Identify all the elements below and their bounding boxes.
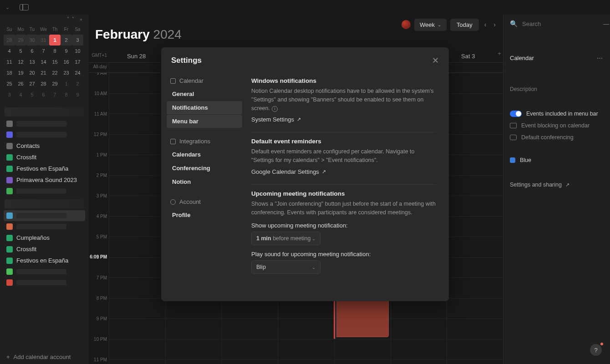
calendar-item[interactable]: [4, 210, 85, 221]
nav-notion[interactable]: Notion: [167, 175, 242, 188]
minical-day[interactable]: 18: [4, 67, 15, 78]
view-switcher[interactable]: Week ⌄: [414, 19, 447, 31]
calendar-item[interactable]: Cumpleaños: [4, 232, 85, 243]
nav-calendars[interactable]: Calendars: [167, 148, 242, 161]
minical-day[interactable]: 7: [49, 89, 61, 100]
calendar-item[interactable]: [4, 277, 85, 288]
info-icon[interactable]: i: [272, 106, 278, 112]
minical-day[interactable]: 8: [49, 46, 61, 56]
minical-day[interactable]: 24: [72, 67, 83, 78]
rp-more[interactable]: ⋯: [597, 55, 604, 61]
calendar-color-label[interactable]: Blue: [520, 157, 531, 163]
minical-day[interactable]: 13: [26, 56, 38, 67]
minical-day[interactable]: 5: [15, 46, 26, 56]
rp-description-label[interactable]: Description: [510, 86, 604, 92]
next-week[interactable]: ›: [492, 19, 498, 30]
minical-day[interactable]: 16: [61, 56, 72, 67]
minical-add[interactable]: ＋: [78, 16, 84, 23]
minical-day[interactable]: 2: [72, 78, 83, 89]
minical-day[interactable]: 9: [61, 46, 72, 56]
minical-day[interactable]: 7: [38, 46, 49, 56]
minical-day[interactable]: 17: [72, 56, 83, 67]
modal-close-button[interactable]: ✕: [432, 56, 439, 66]
minical-day[interactable]: 6: [38, 89, 49, 100]
minical-day[interactable]: 25: [4, 78, 15, 89]
calendar-item[interactable]: Primavera Sound 2023: [4, 174, 85, 186]
minical-day[interactable]: 4: [4, 46, 15, 56]
minical-day[interactable]: 11: [4, 56, 15, 67]
calendar-item[interactable]: Festivos en España: [4, 255, 85, 266]
minical-day[interactable]: 14: [38, 56, 49, 67]
search-input[interactable]: [522, 20, 599, 27]
minical-day[interactable]: 21: [38, 67, 49, 78]
default-conferencing-label[interactable]: Default conferencing: [521, 134, 574, 141]
minical-day[interactable]: 1: [49, 35, 61, 46]
minical-day[interactable]: 10: [72, 46, 83, 56]
calendar-color-swatch[interactable]: [510, 157, 515, 163]
minical-day[interactable]: 19: [15, 67, 26, 78]
day-column[interactable]: [109, 73, 165, 364]
calendar-item[interactable]: Crossfit: [4, 152, 85, 163]
day-column[interactable]: [447, 73, 503, 364]
prev-week[interactable]: ‹: [483, 19, 488, 30]
calendar-item[interactable]: [4, 186, 85, 197]
calendar-item[interactable]: Festivos en España: [4, 163, 85, 174]
allday-cell[interactable]: [109, 63, 164, 72]
show-upcoming-select[interactable]: 1 min before meeting ⌄: [251, 232, 320, 245]
minical-prev[interactable]: ˄: [66, 16, 70, 23]
minical-day[interactable]: 29: [49, 78, 61, 89]
toggle-sidebar-icon[interactable]: [20, 4, 29, 10]
minical-day[interactable]: 28: [38, 78, 49, 89]
play-sound-select[interactable]: Blip ⌄: [251, 260, 320, 274]
minical-day[interactable]: 20: [26, 67, 38, 78]
nav-profile[interactable]: Profile: [167, 208, 242, 222]
minical-day[interactable]: 30: [26, 35, 38, 46]
events-menubar-toggle[interactable]: [510, 111, 522, 117]
event-blocking-label[interactable]: Event blocking on calendar: [521, 122, 590, 129]
minical-day[interactable]: 31: [38, 35, 49, 46]
calendar-color-icon: [6, 121, 13, 127]
calendar-item[interactable]: [4, 129, 85, 140]
minical-day[interactable]: 15: [49, 56, 61, 67]
minical-day[interactable]: 6: [26, 46, 38, 56]
minical-day[interactable]: 28: [4, 35, 15, 46]
minical-next[interactable]: ˅: [71, 16, 75, 23]
today-button[interactable]: Today: [450, 19, 479, 31]
minical-day[interactable]: 29: [15, 35, 26, 46]
nav-menubar[interactable]: Menu bar: [167, 115, 242, 128]
history-dropdown[interactable]: ⌄: [4, 4, 11, 11]
calendar-item[interactable]: Crossfit: [4, 243, 85, 255]
minical-day[interactable]: 4: [15, 89, 26, 100]
minical-day[interactable]: 26: [15, 78, 26, 89]
system-settings-link[interactable]: System Settings↗: [251, 116, 301, 123]
google-calendar-settings-link[interactable]: Google Calendar Settings↗: [251, 168, 326, 175]
minical-day[interactable]: 3: [72, 35, 83, 46]
profile-avatar[interactable]: [402, 20, 411, 29]
calendar-item[interactable]: [4, 266, 85, 277]
nav-notifications[interactable]: Notifications: [167, 101, 242, 114]
settings-sharing-link[interactable]: Settings and sharing ↗: [510, 182, 604, 188]
add-timezone[interactable]: +: [496, 50, 503, 62]
minical-day[interactable]: 27: [26, 78, 38, 89]
calendar-item[interactable]: [4, 221, 85, 232]
day-header[interactable]: Sun 28: [109, 50, 164, 62]
help-button[interactable]: ?: [590, 344, 602, 356]
minical-day[interactable]: 2: [61, 35, 72, 46]
minical-day[interactable]: 9: [72, 89, 83, 100]
nav-conferencing[interactable]: Conferencing: [167, 162, 242, 175]
account-header-2[interactable]: [5, 199, 84, 208]
nav-general[interactable]: General: [167, 87, 242, 101]
calendar-label: Crossfit: [16, 154, 36, 161]
minical-day[interactable]: 8: [61, 89, 72, 100]
minical-day[interactable]: 1: [61, 78, 72, 89]
account-header-1[interactable]: [5, 107, 84, 116]
calendar-item[interactable]: Contacts: [4, 140, 85, 152]
calendar-item[interactable]: [4, 118, 85, 129]
minical-day[interactable]: 23: [61, 67, 72, 78]
add-calendar-account[interactable]: + Add calendar account: [4, 350, 85, 364]
window-minimize[interactable]: —: [603, 20, 609, 27]
minical-day[interactable]: 22: [49, 67, 61, 78]
minical-day[interactable]: 5: [26, 89, 38, 100]
minical-day[interactable]: 12: [15, 56, 26, 67]
minical-day[interactable]: 3: [4, 89, 15, 100]
